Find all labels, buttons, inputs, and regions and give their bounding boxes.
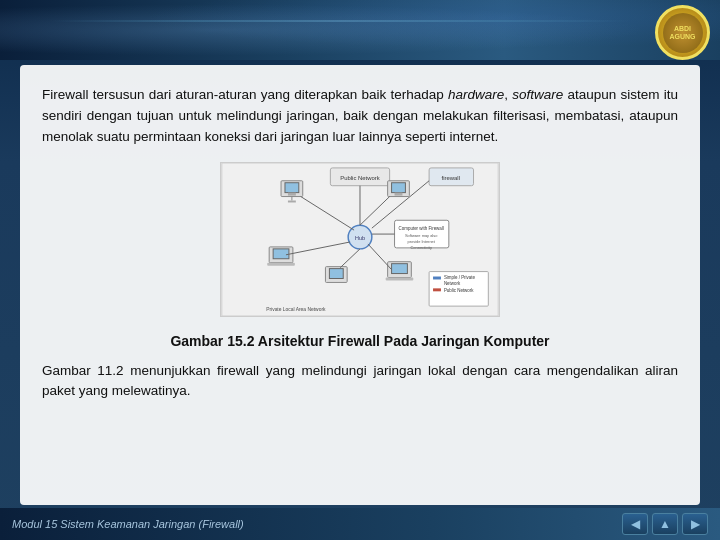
svg-text:firewall: firewall <box>442 175 460 181</box>
svg-text:Computer with Firewall: Computer with Firewall <box>399 226 444 231</box>
top-banner <box>0 0 720 60</box>
svg-text:Network: Network <box>444 281 461 286</box>
svg-rect-27 <box>386 277 414 280</box>
svg-text:Simple / Private: Simple / Private <box>444 275 476 280</box>
nav-up-icon: ▲ <box>659 517 671 531</box>
footer-bar: Modul 15 Sistem Keamanan Jaringan (Firew… <box>0 508 720 540</box>
figure-caption: Gambar 15.2 Arsitektur Firewall Pada Jar… <box>42 333 678 349</box>
svg-rect-26 <box>392 263 408 273</box>
nav-prev-button[interactable]: ◀ <box>622 513 648 535</box>
nav-buttons: ◀ ▲ ▶ <box>622 513 708 535</box>
svg-text:Software may also: Software may also <box>405 233 438 238</box>
diagram-container: Public Network firewall Hub Computer wit… <box>42 162 678 325</box>
logo-inner: ABDI AGUNG <box>663 13 703 53</box>
svg-rect-40 <box>433 288 441 291</box>
svg-rect-24 <box>329 268 343 278</box>
caption-text: Gambar 11.2 menunjukkan firewall yang me… <box>42 361 678 402</box>
svg-text:Public Network: Public Network <box>340 175 379 181</box>
svg-text:Public Network: Public Network <box>444 288 474 293</box>
nav-up-button[interactable]: ▲ <box>652 513 678 535</box>
logo: ABDI AGUNG <box>655 5 710 60</box>
svg-rect-37 <box>433 276 441 279</box>
main-paragraph: Firewall tersusun dari aturan-aturan yan… <box>42 85 678 148</box>
network-diagram: Public Network firewall Hub Computer wit… <box>220 162 500 317</box>
footer-label: Modul 15 Sistem Keamanan Jaringan (Firew… <box>12 518 244 530</box>
svg-rect-16 <box>288 200 296 202</box>
hardware-italic: hardware <box>448 87 504 102</box>
main-content: Firewall tersusun dari aturan-aturan yan… <box>20 65 700 505</box>
banner-decoration <box>50 5 630 55</box>
nav-next-button[interactable]: ▶ <box>682 513 708 535</box>
svg-text:Private Local Area Network: Private Local Area Network <box>266 307 326 312</box>
svg-text:Hub: Hub <box>355 235 365 241</box>
svg-rect-14 <box>288 192 296 195</box>
logo-text: ABDI AGUNG <box>663 25 703 40</box>
svg-rect-22 <box>267 262 295 265</box>
svg-rect-19 <box>395 192 403 195</box>
nav-next-icon: ▶ <box>691 517 700 531</box>
svg-text:Connectivity: Connectivity <box>410 245 431 250</box>
software-italic: software <box>512 87 563 102</box>
svg-text:provide Internet: provide Internet <box>408 239 436 244</box>
svg-rect-21 <box>273 249 289 259</box>
nav-prev-icon: ◀ <box>631 517 640 531</box>
svg-rect-18 <box>392 183 406 193</box>
svg-rect-13 <box>285 183 299 193</box>
